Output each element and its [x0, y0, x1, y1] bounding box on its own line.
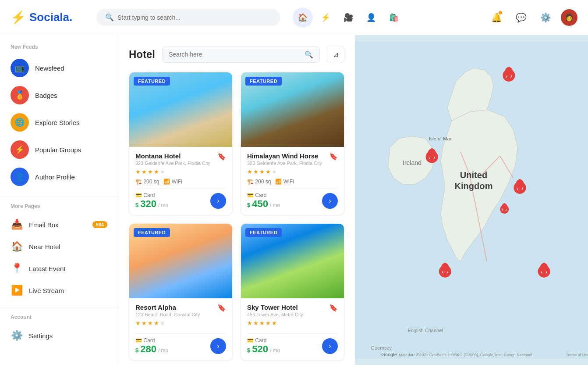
nav-profile-button[interactable]: 👤 [361, 7, 381, 28]
hotel-search-bar[interactable]: 🔍 [162, 47, 320, 63]
bookmark-montana[interactable]: 🔖 [217, 152, 226, 161]
hotel-addr-sky-tower: 456 Tower Ave, Metro City [247, 312, 303, 317]
logo-text: Sociala. [29, 11, 72, 24]
main-layout: New Feeds 📺 Newsfeed 🏅 Badges 🌐 Explore … [0, 35, 588, 365]
map-background: United Kingdom Ireland Isle of Man Engli… [355, 35, 588, 365]
hotel-card-top-montana: Montana Hotel 323 Geldenfe Ave Park, Flo… [135, 152, 226, 166]
live-stream-icon: ▶️ [11, 285, 23, 296]
card-tag-sky-tower: 💳 Card [247, 337, 280, 344]
newsfeed-icon: 📺 [11, 59, 29, 77]
map-panel[interactable]: United Kingdom Ireland Isle of Man Engli… [355, 35, 588, 365]
amenity-size-himalayan: 🏗️ 200 sq [247, 179, 271, 185]
featured-badge-resort-alpha: FEATURED [134, 228, 170, 237]
ireland-label: Ireland [403, 159, 422, 166]
hotel-card-img-sky-tower: FEATURED [241, 224, 344, 298]
nav-video-button[interactable]: 🎥 [338, 7, 358, 28]
sidebar-item-live-stream[interactable]: ▶️ Live Stream [0, 279, 118, 301]
avatar[interactable]: 👩 [561, 9, 577, 26]
chat-button[interactable]: 💬 [512, 8, 530, 27]
email-badge: 584 [92, 221, 107, 228]
isle-of-man-label: Isle of Man [429, 136, 453, 141]
email-box-icon: 📥 [11, 219, 23, 230]
hotel-panel: Hotel 🔍 ⊿ FEATURED [118, 35, 355, 365]
arrow-btn-himalayan[interactable]: › [322, 193, 338, 209]
english-channel-label: English Channel [407, 328, 443, 333]
hotel-header: Hotel 🔍 ⊿ [129, 46, 344, 63]
search-icon: 🔍 [105, 13, 114, 21]
sidebar-item-email-box[interactable]: 📥 Email Box 584 [0, 214, 118, 236]
sidebar-divider-1 [0, 197, 118, 197]
author-profile-icon: 👤 [11, 168, 29, 186]
svg-text:Kingdom: Kingdom [455, 181, 493, 191]
filter-button[interactable]: ⊿ [327, 46, 344, 63]
hotel-search-icon: 🔍 [305, 50, 313, 59]
sidebar-item-explore-stories[interactable]: 🌐 Explore Stories [0, 109, 118, 136]
amenity-wifi-himalayan: 📶 WiFi [275, 179, 294, 185]
arrow-btn-sky-tower[interactable]: › [322, 338, 338, 354]
sidebar-item-newsfeed[interactable]: 📺 Newsfeed [0, 54, 118, 82]
bookmark-sky-tower[interactable]: 🔖 [329, 304, 338, 312]
bookmark-himalayan[interactable]: 🔖 [329, 152, 338, 161]
featured-badge-montana: FEATURED [134, 77, 170, 86]
bookmark-resort-alpha[interactable]: 🔖 [217, 304, 226, 312]
hotel-card-sky-tower: FEATURED Sky Tower Hotel 456 Tower Ave, … [241, 223, 344, 361]
card-divider-resort-alpha [135, 333, 226, 334]
price-resort-alpha: $ 280 / mo [135, 344, 168, 355]
guernsey-label: Guernsey [371, 345, 392, 351]
hotel-name-sky-tower: Sky Tower Hotel [247, 304, 303, 311]
hotel-search-input[interactable] [169, 51, 301, 58]
map-svg: United Kingdom Ireland Isle of Man Engli… [355, 35, 588, 365]
live-stream-label: Live Stream [29, 287, 107, 294]
nav-home-button[interactable]: 🏠 [293, 7, 313, 28]
sidebar-item-latest-event[interactable]: 📍 Latest Event [0, 258, 118, 279]
near-hotel-label: Near Hotel [29, 243, 107, 250]
hotel-card-body-sky-tower: Sky Tower Hotel 456 Tower Ave, Metro Cit… [241, 298, 344, 360]
card-tag-montana: 💳 Card [135, 192, 168, 198]
hotel-addr-himalayan: 323 Geldenfe Ave Park, Flodia City [247, 161, 322, 166]
hotel-card-img-montana: FEATURED [129, 72, 232, 147]
hotel-grid: FEATURED Montana Hotel 323 Geldenfe Ave … [129, 72, 344, 361]
nav-shop-button[interactable]: 🛍️ [384, 7, 404, 28]
sidebar-item-badges[interactable]: 🏅 Badges [0, 82, 118, 109]
hotel-card-top-himalayan: Himalayan Wind Horse 323 Geldenfe Ave Pa… [247, 152, 338, 166]
arrow-btn-montana[interactable]: › [210, 193, 226, 209]
sidebar-item-author-profile[interactable]: 👤 Author Profile [0, 163, 118, 190]
arrow-btn-resort-alpha[interactable]: › [210, 338, 226, 354]
sidebar: New Feeds 📺 Newsfeed 🏅 Badges 🌐 Explore … [0, 35, 118, 365]
latest-event-icon: 📍 [11, 263, 23, 274]
price-himalayan: $ 450 / mo [247, 198, 280, 210]
card-divider-sky-tower [247, 333, 338, 334]
card-footer-montana: 💳 Card $ 320 / mo › [135, 192, 226, 210]
global-search-bar[interactable]: 🔍 [96, 9, 280, 26]
sidebar-item-popular-groups[interactable]: ⚡ Popular Groups [0, 136, 118, 163]
hotel-name-montana: Montana Hotel [135, 152, 210, 160]
card-divider-himalayan [247, 188, 338, 189]
hotel-card-img-himalayan: FEATURED [241, 72, 344, 147]
hotel-card-img-resort-alpha: FEATURED [129, 224, 232, 298]
nav-flash-button[interactable]: ⚡ [315, 7, 336, 28]
amenity-wifi-montana: 📶 WiFi [163, 179, 182, 185]
email-box-label: Email Box [29, 221, 86, 229]
explore-label: Explore Stories [35, 119, 80, 126]
card-tag-resort-alpha: 💳 Card [135, 337, 168, 344]
header-right: 🔔 💬 ⚙️ 👩 [487, 8, 577, 27]
amenities-montana: 🏗️ 200 sq 📶 WiFi [135, 179, 226, 185]
notification-button[interactable]: 🔔 [487, 8, 506, 27]
hotel-card-resort-alpha: FEATURED Resort Alpha 123 Beach Road, Co… [129, 223, 233, 361]
card-footer-sky-tower: 💳 Card $ 520 / mo › [247, 337, 338, 355]
sidebar-item-settings[interactable]: ⚙️ Settings [0, 325, 118, 347]
popular-groups-label: Popular Groups [35, 146, 81, 154]
content-area: Hotel 🔍 ⊿ FEATURED [118, 35, 588, 365]
svg-text:Google: Google [381, 352, 397, 357]
hotel-addr-montana: 323 Geldenfe Ave Park, Flodia City [135, 161, 210, 166]
hotel-card-top-sky-tower: Sky Tower Hotel 456 Tower Ave, Metro Cit… [247, 304, 338, 317]
search-input[interactable] [117, 14, 272, 21]
hotel-card-himalayan: FEATURED Himalayan Wind Horse 323 Gelden… [241, 72, 344, 215]
settings-icon: ⚙️ [11, 330, 23, 341]
sidebar-item-near-hotel[interactable]: 🏠 Near Hotel [0, 236, 118, 258]
settings-button[interactable]: ⚙️ [536, 8, 555, 27]
featured-badge-himalayan: FEATURED [245, 77, 282, 86]
notification-dot [499, 11, 502, 14]
amenity-size-montana: 🏗️ 200 sq [135, 179, 159, 185]
card-footer-himalayan: 💳 Card $ 450 / mo › [247, 192, 338, 210]
